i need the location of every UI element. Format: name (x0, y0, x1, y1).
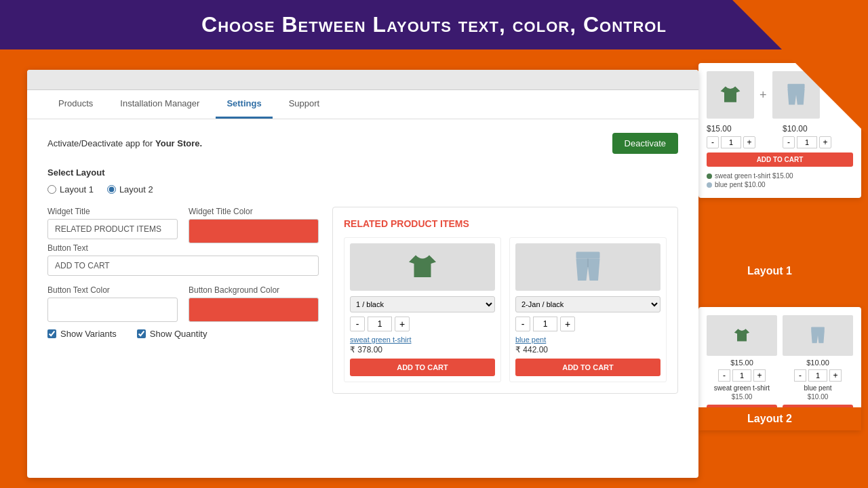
button-bg-color-label: Button Background Color (189, 285, 319, 295)
preview-widget: RELATED PRODUCT ITEMS 1 / bl (332, 207, 678, 394)
preview-product-2: 2-Jan / black - + blue pent ₹ 442.00 ADD… (509, 237, 667, 382)
header-banner: Choose Between Layouts text, color, Cont… (0, 0, 868, 49)
product-1-image (350, 243, 495, 291)
layout2-p2-qty-input[interactable] (808, 369, 827, 382)
product-2-image (515, 243, 660, 291)
widget-title-color-col: Widget Title Color (189, 207, 319, 243)
button-text-color-label: Button Text Color (47, 285, 178, 295)
layout2-radio-label[interactable]: Layout 2 (107, 184, 153, 195)
nav-tabs: Products Installation Manager Settings S… (27, 90, 698, 119)
form-fields: Widget Title Widget Title Color Button T… (47, 207, 319, 394)
widget-title-row: Widget Title Widget Title Color (47, 207, 319, 243)
widget-title-col: Widget Title (47, 207, 178, 243)
button-text-label: Button Text (47, 243, 319, 253)
product-2-qty-row: - + (515, 317, 660, 331)
layout1-radio-label[interactable]: Layout 1 (47, 184, 94, 195)
layout2-p1-image (707, 315, 777, 356)
layout2-p2-sub-price: $10.00 (783, 393, 853, 401)
preview-product-1: 1 / black - + sweat green t-shirt ₹ 378.… (344, 237, 501, 382)
form-preview-row: Widget Title Widget Title Color Button T… (47, 207, 678, 394)
product-2-variant[interactable]: 2-Jan / black (515, 296, 660, 312)
layout1-p2-qty-row: - + (783, 136, 853, 148)
layout2-p1-qty-minus[interactable]: - (718, 369, 730, 382)
layout-radio-group: Layout 1 Layout 2 (47, 184, 678, 195)
layout1-item2-dot (707, 182, 712, 188)
layout1-label: Layout 1 (678, 260, 861, 283)
show-variants-label[interactable]: Show Variants (47, 329, 117, 339)
product-1-variant[interactable]: 1 / black (350, 296, 495, 312)
product-1-name[interactable]: sweat green t-shirt (350, 336, 495, 344)
product-cards: 1 / black - + sweat green t-shirt ₹ 378.… (344, 237, 667, 382)
layout2-label: Layout 2 (678, 407, 861, 430)
product-2-qty-input[interactable] (533, 317, 557, 331)
layout2-p2-qty-row: - + (783, 369, 853, 382)
layout1-item1-dot (707, 174, 712, 179)
layout2-section: $15.00 - + sweat green t-shirt $15.00 AD… (698, 307, 861, 430)
layout1-p2-qty-plus[interactable]: + (819, 136, 831, 148)
widget-title-color-label: Widget Title Color (189, 207, 319, 216)
button-text-color-input[interactable] (47, 298, 178, 322)
layout2-p2-col: $10.00 - + blue pent $10.00 ADD TO CART (783, 315, 853, 417)
show-quantity-checkbox[interactable] (137, 329, 146, 338)
layout1-radio[interactable] (47, 185, 56, 194)
layout2-products: $15.00 - + sweat green t-shirt $15.00 AD… (707, 315, 853, 417)
layout1-p1-qty-plus[interactable]: + (743, 136, 755, 148)
layout2-p2-name: blue pent (783, 384, 853, 392)
product-2-qty-plus[interactable]: + (560, 317, 575, 331)
layout1-p1-qty-row: - + (707, 136, 777, 148)
svg-rect-0 (576, 252, 600, 259)
product-1-price: ₹ 378.00 (350, 345, 495, 354)
layout1-item2-info: blue pent $10.00 (707, 181, 853, 188)
product-2-qty-minus[interactable]: - (515, 317, 530, 331)
product-1-qty-plus[interactable]: + (395, 317, 410, 331)
product-1-add-cart[interactable]: ADD TO CART (350, 359, 495, 376)
product-1-qty-row: - + (350, 317, 495, 331)
layout2-radio[interactable] (107, 185, 116, 194)
layout2-p1-qty-row: - + (707, 369, 777, 382)
tab-products[interactable]: Products (47, 90, 104, 119)
app-topbar (27, 70, 698, 90)
activate-row: Activate/Deactivate app for Your Store. … (47, 133, 678, 154)
button-text-input[interactable] (47, 256, 319, 276)
button-color-row: Button Text Color Button Background Colo… (47, 285, 319, 322)
select-layout-title: Select Layout (47, 167, 678, 178)
layout1-add-cart-btn[interactable]: ADD TO CART (707, 152, 853, 167)
product-1-qty-input[interactable] (368, 317, 392, 331)
deactivate-button[interactable]: Deactivate (612, 133, 678, 154)
tab-support[interactable]: Support (278, 90, 331, 119)
layout2-p2-qty-plus[interactable]: + (829, 369, 842, 382)
product-2-name[interactable]: blue pent (515, 336, 660, 344)
tab-settings[interactable]: Settings (216, 90, 272, 119)
widget-title-input[interactable] (47, 219, 178, 239)
layout1-p2-qty-minus[interactable]: - (783, 136, 795, 148)
button-bg-color-input[interactable] (189, 298, 319, 322)
app-content: Activate/Deactivate app for Your Store. … (27, 119, 698, 407)
svg-rect-3 (811, 327, 825, 331)
layout2-p2-qty-minus[interactable]: - (794, 369, 806, 382)
app-panel: Products Installation Manager Settings S… (27, 70, 698, 478)
widget-title-color-input[interactable] (189, 219, 319, 243)
layout2-tshirt-icon (732, 326, 751, 345)
layout1-p1-qty-minus[interactable]: - (707, 136, 719, 148)
layout2-p2-price: $10.00 (783, 359, 853, 367)
product-2-price: ₹ 442.00 (515, 345, 660, 354)
product-1-qty-minus[interactable]: - (350, 317, 365, 331)
layout1-p1-qty-input[interactable] (721, 136, 741, 148)
layout2-p1-col: $15.00 - + sweat green t-shirt $15.00 AD… (707, 315, 777, 417)
button-bg-color-col: Button Background Color (189, 285, 319, 322)
checkbox-row: Show Variants Show Quantity (47, 329, 319, 339)
tab-installation[interactable]: Installation Manager (109, 90, 210, 119)
product-2-add-cart[interactable]: ADD TO CART (515, 359, 660, 376)
preview-widget-title: RELATED PRODUCT ITEMS (344, 218, 667, 229)
button-text-color-col: Button Text Color (47, 285, 178, 322)
show-variants-checkbox[interactable] (47, 329, 56, 338)
layout2-p1-qty-input[interactable] (732, 369, 751, 382)
layout2-p2-image (783, 315, 853, 356)
tshirt-icon (406, 250, 439, 284)
show-quantity-label[interactable]: Show Quantity (137, 329, 208, 339)
activate-label: Activate/Deactivate app for Your Store. (47, 138, 202, 148)
layout1-item1-info: sweat green t-shirt $15.00 (707, 172, 853, 180)
button-text-group: Button Text (47, 243, 319, 276)
layout1-p2-qty-input[interactable] (797, 136, 817, 148)
layout2-p1-qty-plus[interactable]: + (753, 369, 766, 382)
